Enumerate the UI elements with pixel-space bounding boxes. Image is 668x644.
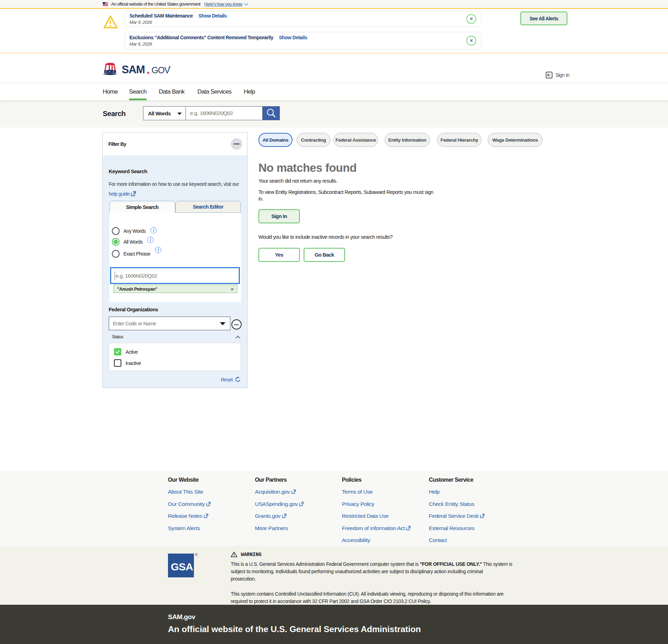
svg-text:®: ® (169, 65, 171, 69)
svg-text:GSA: GSA (171, 561, 193, 572)
svg-text:GOV: GOV (151, 65, 170, 75)
svg-text:SAM: SAM (122, 63, 145, 76)
